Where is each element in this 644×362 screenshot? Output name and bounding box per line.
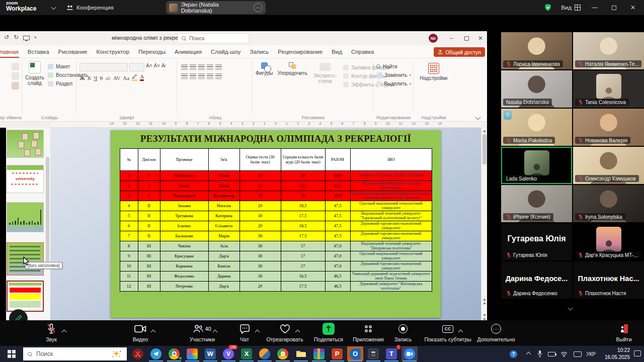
- toolbar-people-button[interactable]: 40Участники: [179, 323, 225, 342]
- account-avatar[interactable]: ND: [429, 34, 438, 43]
- current-slide[interactable]: РЕЗУЛЬТАТИ МІЖНАРОДНА ОЛІМПІАДА З РЕКРЕА…: [111, 130, 441, 318]
- align-right-icon[interactable]: [198, 73, 205, 79]
- select-button[interactable]: Выделить ▾: [376, 80, 411, 87]
- slide-thumbnail-3[interactable]: [7, 202, 44, 232]
- taskbar-app-teams[interactable]: T!: [383, 346, 399, 361]
- taskbar-app-security-app[interactable]: [257, 346, 273, 361]
- underline-button[interactable]: Ч: [94, 75, 97, 81]
- participant-tile[interactable]: Iryna Solonytska: [573, 185, 644, 222]
- taskbar-app-word[interactable]: W: [202, 346, 218, 361]
- participant-tile[interactable]: Natalia Dobrianska: [501, 70, 572, 108]
- slide-thumbnail-2[interactable]: university: [7, 165, 44, 193]
- tray-keyboard-icon[interactable]: [574, 346, 582, 362]
- quick-styles-button[interactable]: Экспресс-стили: [312, 62, 338, 88]
- tab-conference[interactable]: Конференция: [66, 0, 114, 15]
- grow-font-icon[interactable]: A˄: [146, 63, 152, 71]
- ppt-minimize-button[interactable]: –: [445, 31, 458, 45]
- toolbar-mic-button[interactable]: Звук: [36, 323, 66, 342]
- replace-button[interactable]: Заменить ▾: [376, 71, 411, 79]
- taskbar-app-excel[interactable]: X: [238, 346, 255, 361]
- taskbar-app-powerpoint[interactable]: P: [329, 346, 345, 361]
- taskbar-app-copilot[interactable]: [184, 346, 200, 361]
- taskbar-app-calculator[interactable]: [365, 346, 381, 361]
- participant-tile[interactable]: Олександр Камушков: [573, 147, 644, 184]
- ribbon-tab-Запись[interactable]: Запись: [246, 45, 274, 58]
- participant-tile[interactable]: Lada Salenko: [501, 147, 572, 184]
- strikethrough-button[interactable]: S: [100, 75, 103, 81]
- chevron-down-icon[interactable]: [51, 5, 56, 10]
- tray-language[interactable]: УКР: [586, 346, 596, 362]
- participant-tile[interactable]: Дар'я Красуцька МТ-...: [573, 223, 644, 260]
- font-size-input[interactable]: [129, 63, 144, 71]
- ribbon-tab-Анимация[interactable]: Анимация: [170, 45, 206, 58]
- undo-icon[interactable]: ↺: [4, 34, 9, 41]
- addins-button[interactable]: Надстройки: [417, 61, 451, 81]
- arrange-button[interactable]: Упорядочить: [277, 62, 307, 88]
- chevron-up-icon[interactable]: [62, 330, 67, 335]
- more-options-icon[interactable]: ···: [254, 3, 263, 12]
- tray-battery-icon[interactable]: [548, 346, 555, 362]
- char-spacing-button[interactable]: AV: [113, 75, 120, 81]
- tray-clock[interactable]: 10:22 16.05.2025: [605, 347, 630, 360]
- ribbon-tab-Слайд-шоу[interactable]: Слайд-шоу: [206, 45, 246, 58]
- line-spacing-icon[interactable]: [215, 64, 222, 70]
- tray-wifi-icon[interactable]: [560, 346, 568, 362]
- toolbar-chat-button[interactable]: Чат: [229, 323, 260, 342]
- toolbar-more-button[interactable]: ···Дополнительно: [475, 323, 517, 342]
- ribbon-tab-Рисование[interactable]: Рисование: [54, 45, 92, 58]
- tab-screen-share[interactable]: Экран (Natalia Dobrianska) ···: [166, 1, 266, 14]
- align-left-icon[interactable]: [181, 73, 188, 79]
- ribbon-tab-Рецензирование[interactable]: Рецензирование: [273, 45, 327, 58]
- slide-scrollbar[interactable]: [481, 128, 487, 324]
- text-shadow-button[interactable]: ab: [105, 75, 110, 81]
- numbering-icon[interactable]: [190, 64, 196, 70]
- participant-tile[interactable]: iPhone (Ксения): [501, 185, 572, 222]
- action-center-icon[interactable]: [634, 350, 641, 356]
- participant-tile[interactable]: Наталія Якименко-Те...: [573, 32, 644, 69]
- font-name-input[interactable]: [79, 63, 128, 71]
- share-access-button[interactable]: Общий доступ: [434, 47, 485, 57]
- clear-format-icon[interactable]: A̷: [162, 63, 165, 71]
- participant-tile[interactable]: Дарина Федосе...Дарина Федосенко: [501, 261, 572, 299]
- chevron-up-icon[interactable]: [458, 330, 463, 335]
- italic-button[interactable]: К: [88, 75, 91, 81]
- taskbar-app-file-explorer[interactable]: [293, 346, 309, 361]
- taskbar-app-winrar[interactable]: [311, 346, 327, 361]
- taskbar-app-chrome-profile[interactable]: [275, 346, 291, 361]
- ppt-close-button[interactable]: ✕: [474, 31, 487, 45]
- taskbar-app-snipping-tool[interactable]: [130, 346, 146, 361]
- change-case-button[interactable]: Aa: [123, 75, 129, 81]
- slideshow-icon[interactable]: [23, 36, 30, 40]
- participant-tile[interactable]: Лариса Іванченкова: [501, 32, 572, 69]
- ribbon-tab-Конструктор[interactable]: Конструктор: [92, 45, 134, 58]
- security-shield-icon[interactable]: [544, 4, 552, 12]
- find-button[interactable]: Найти: [376, 63, 411, 70]
- toolbar-cam-button[interactable]: Видео: [125, 323, 156, 342]
- align-center-icon[interactable]: [190, 73, 196, 79]
- slide-thumbnail-5[interactable]: [7, 281, 44, 312]
- format-painter-icon[interactable]: [12, 82, 19, 89]
- indent-increase-icon[interactable]: [207, 64, 213, 70]
- view-button[interactable]: Вид: [561, 5, 581, 11]
- toolbar-cc-button[interactable]: CCПоказать субтитры: [422, 323, 474, 342]
- chevron-up-icon[interactable]: [295, 330, 300, 335]
- bold-button[interactable]: Ж: [79, 75, 85, 81]
- taskbar-search[interactable]: Поиск: [23, 347, 127, 360]
- taskbar-app-outlook[interactable]: O: [347, 346, 363, 361]
- participant-tile[interactable]: Новикова Валерія: [573, 109, 644, 146]
- cut-icon[interactable]: [12, 63, 19, 70]
- taskbar-app-chrome[interactable]: [166, 346, 182, 361]
- participant-tile[interactable]: Плахотнюк Нас...Плахотнюк Настя: [573, 261, 644, 299]
- participant-tile[interactable]: Mariia Pokolodna: [501, 109, 572, 146]
- ribbon-tab-Справка[interactable]: Справка: [347, 45, 378, 58]
- thumbnail-scrollbar[interactable]: [46, 157, 49, 267]
- font-color-icon[interactable]: А: [140, 73, 144, 81]
- copy-icon[interactable]: [12, 72, 19, 80]
- collapse-gallery-button[interactable]: [562, 304, 578, 312]
- redo-icon[interactable]: ↻: [14, 34, 19, 41]
- toolbar-apps-button[interactable]: Приложения: [349, 323, 387, 342]
- new-slide-button[interactable]: Создать слайд: [25, 61, 44, 87]
- chevron-up-icon[interactable]: [255, 330, 260, 335]
- columns-icon[interactable]: [215, 73, 222, 79]
- start-button[interactable]: [0, 346, 23, 362]
